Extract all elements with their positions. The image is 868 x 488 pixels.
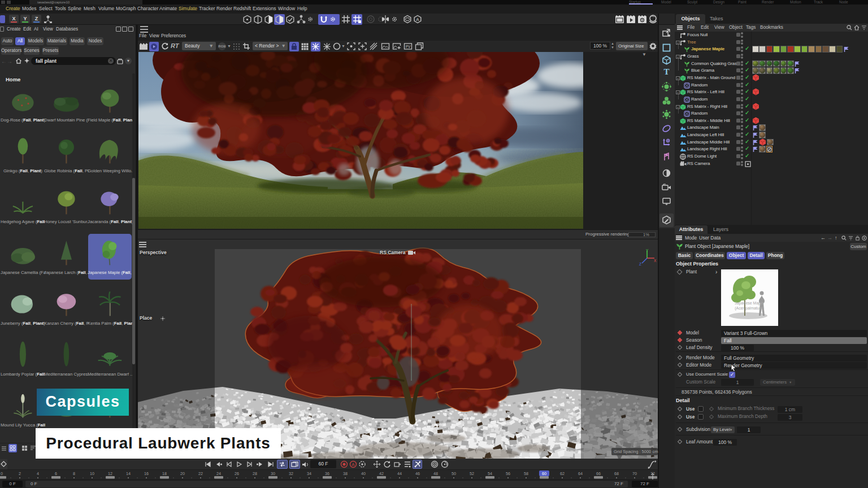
svg-text:56: 56 (506, 471, 510, 476)
svg-text:42: 42 (379, 471, 384, 476)
svg-text:44: 44 (397, 471, 402, 476)
svg-text:24: 24 (216, 471, 221, 476)
svg-text:X: X (654, 259, 657, 263)
svg-text:38: 38 (343, 471, 348, 476)
svg-text:A: A (351, 462, 355, 467)
svg-text:50: 50 (452, 471, 456, 476)
svg-text:10: 10 (90, 471, 94, 476)
svg-text:54: 54 (488, 471, 492, 476)
svg-text:68: 68 (614, 471, 619, 476)
svg-text:28: 28 (253, 471, 257, 476)
svg-text:58: 58 (524, 471, 528, 476)
svg-text:12: 12 (108, 471, 112, 476)
svg-text:66: 66 (596, 471, 601, 476)
svg-text:34: 34 (307, 471, 311, 476)
svg-text:2: 2 (19, 471, 21, 476)
svg-text:T: T (663, 67, 669, 76)
svg-text:64: 64 (578, 471, 583, 476)
svg-text:8: 8 (73, 471, 75, 476)
svg-text:0: 0 (1, 471, 3, 476)
svg-text:32: 32 (289, 471, 293, 476)
svg-text:4: 4 (37, 471, 39, 476)
svg-text:26: 26 (235, 471, 239, 476)
svg-text:PV: PV (406, 45, 411, 49)
svg-text:Z: Z (639, 262, 641, 266)
svg-text:30: 30 (271, 471, 275, 476)
svg-text:20: 20 (180, 471, 185, 476)
svg-text:70: 70 (632, 471, 637, 476)
svg-text:40: 40 (361, 471, 366, 476)
svg-text:18: 18 (162, 471, 167, 476)
svg-text:62: 62 (560, 471, 565, 476)
svg-text:6: 6 (55, 471, 57, 476)
svg-text:36: 36 (325, 471, 329, 476)
svg-text:Y: Y (646, 249, 649, 252)
svg-text:16: 16 (144, 471, 149, 476)
svg-text:22: 22 (198, 471, 203, 476)
svg-text:(Acer palmatum): (Acer palmatum) (735, 306, 764, 311)
svg-text:60: 60 (542, 471, 546, 476)
svg-text:48: 48 (433, 471, 438, 476)
svg-text:A: A (416, 17, 419, 22)
svg-text:Japanese Maple: Japanese Maple (735, 301, 763, 306)
svg-text:14: 14 (126, 471, 131, 476)
svg-text:52: 52 (470, 471, 474, 476)
svg-text:46: 46 (415, 471, 420, 476)
